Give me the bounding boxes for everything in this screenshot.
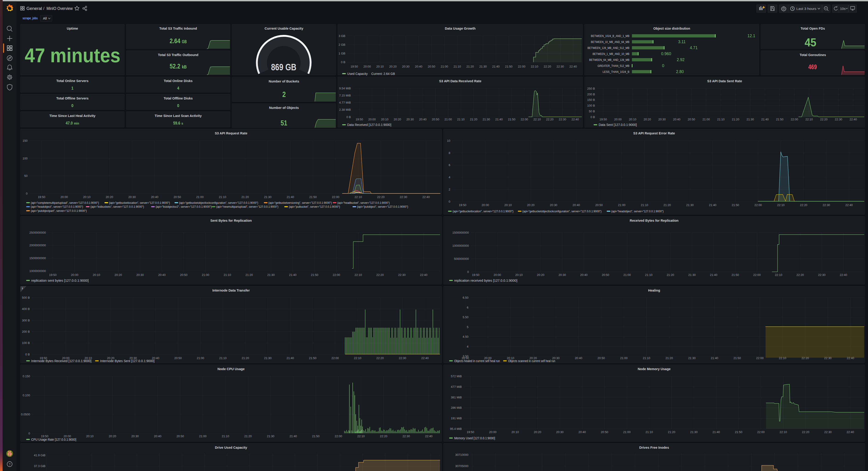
svg-text:21:00: 21:00: [197, 356, 205, 360]
svg-text:BETWEEN_64_MB_AND_128_MB: BETWEEN_64_MB_AND_128_MB: [589, 58, 629, 62]
svg-text:6: 6: [449, 164, 450, 167]
svg-text:200 B: 200 B: [22, 330, 30, 333]
svg-text:1500000000: 1500000000: [29, 257, 46, 260]
svg-text:19:50: 19:50: [355, 118, 363, 121]
svg-text:21:50: 21:50: [505, 65, 513, 68]
svg-text:Total Offline Disks: Total Offline Disks: [164, 96, 193, 100]
svg-text:20:30: 20:30: [556, 430, 564, 434]
svg-text:20:00: 20:00: [368, 118, 376, 121]
svg-text:21:30: 21:30: [267, 435, 274, 438]
svg-text:{api="getbucketlocation", serv: {api="getbucketlocation", server="127.0.…: [109, 201, 170, 205]
svg-text:3.11: 3.11: [678, 39, 686, 44]
svg-text:22:00: 22:00: [335, 435, 342, 438]
svg-text:0: 0: [29, 432, 30, 435]
svg-text:20:20: 20:20: [394, 118, 401, 121]
svg-text:{api="completemultipartupload": {api="completemultipartupload", server="…: [31, 201, 99, 205]
svg-text:22:40: 22:40: [845, 203, 853, 207]
svg-text:21:10: 21:10: [643, 356, 650, 360]
svg-text:21:00: 21:00: [199, 435, 207, 438]
svg-text:GREATER_THAN_512_MB: GREATER_THAN_512_MB: [597, 64, 629, 67]
svg-text:21:40: 21:40: [713, 430, 720, 434]
svg-text:S3 API Data Received Rate: S3 API Data Received Rate: [439, 79, 481, 83]
svg-text:20:50: 20:50: [601, 430, 608, 434]
svg-text:20:30: 20:30: [128, 195, 136, 199]
svg-text:Data Sent [127.0.0.1:9000]: Data Sent [127.0.0.1:9000]: [599, 123, 637, 126]
svg-text:20:40: 20:40: [572, 203, 580, 207]
svg-text:Node Memory Usage: Node Memory Usage: [638, 367, 671, 371]
svg-text:19:50: 19:50: [472, 273, 479, 276]
svg-text:0: 0: [449, 200, 450, 203]
svg-text:Drive Used Capacity: Drive Used Capacity: [215, 446, 247, 449]
svg-text:0: 0: [71, 103, 73, 108]
svg-text:22:40: 22:40: [847, 430, 854, 434]
svg-text:2: 2: [449, 188, 450, 191]
svg-text:20:10: 20:10: [629, 118, 637, 121]
svg-text:21:00: 21:00: [618, 203, 625, 207]
svg-text:Internode Bytes Sent [127.0.0.: Internode Bytes Sent [127.0.0.1:9000]: [100, 359, 155, 363]
svg-text:20:10: 20:10: [504, 203, 512, 207]
svg-text:Time Since Last Heal Activity: Time Since Last Heal Activity: [50, 114, 95, 118]
svg-text:22:20: 22:20: [796, 273, 804, 276]
svg-text:22:30: 22:30: [557, 65, 564, 68]
svg-text:21:40: 21:40: [289, 273, 297, 276]
svg-text:47 minutes: 47 minutes: [25, 44, 121, 67]
svg-text:20:10: 20:10: [515, 273, 523, 276]
svg-text:20:50: 20:50: [595, 203, 603, 207]
svg-text:kB: kB: [182, 64, 187, 69]
svg-text:21:20: 21:20: [663, 203, 671, 207]
svg-text:12.1: 12.1: [747, 33, 755, 38]
svg-text:20:40: 20:40: [415, 65, 423, 68]
svg-text:21:30: 21:30: [686, 203, 694, 207]
svg-text:21:00: 21:00: [202, 273, 210, 276]
svg-text:20:50: 20:50: [597, 356, 605, 360]
svg-text:2 GB: 2 GB: [339, 43, 345, 47]
svg-text:Number of Objects: Number of Objects: [269, 106, 299, 110]
svg-text:22:40: 22:40: [422, 195, 430, 199]
svg-text:19:50: 19:50: [599, 118, 607, 121]
svg-text:22:10: 22:10: [777, 203, 785, 207]
svg-text:Total Online Servers: Total Online Servers: [56, 79, 88, 83]
svg-text:20:50: 20:50: [177, 435, 184, 438]
svg-text:22:30: 22:30: [398, 273, 406, 276]
svg-text:95.4 MiB: 95.4 MiB: [450, 427, 462, 431]
svg-text:22:00: 22:00: [757, 430, 765, 434]
svg-text:1000000000: 1000000000: [29, 269, 46, 273]
svg-text:1500000000: 1500000000: [453, 231, 469, 234]
svg-text:7.15 MiB: 7.15 MiB: [339, 94, 351, 97]
svg-text:21:40: 21:40: [711, 356, 718, 360]
svg-text:22:20: 22:20: [802, 430, 809, 434]
svg-text:20:20: 20:20: [105, 195, 113, 199]
svg-text:22:40: 22:40: [569, 65, 577, 68]
svg-text:20:00: 20:00: [494, 273, 501, 276]
svg-text:22:00: 22:00: [521, 118, 528, 121]
svg-text:22:00: 22:00: [790, 118, 798, 121]
svg-text:Uptime: Uptime: [67, 27, 78, 30]
svg-text:20:30: 20:30: [558, 273, 566, 276]
svg-text:Number of Buckets: Number of Buckets: [269, 80, 299, 83]
svg-text:21:00: 21:00: [623, 430, 631, 434]
svg-text:replication received bytes [12: replication received bytes [127.0.0.1:90…: [454, 279, 517, 283]
svg-text:21:00: 21:00: [196, 195, 204, 199]
svg-text:22:30: 22:30: [835, 118, 842, 121]
svg-text:{api="getbucketlocation", serv: {api="getbucketlocation", server="127.0.…: [453, 209, 514, 213]
svg-text:20:00: 20:00: [363, 65, 371, 68]
svg-text:200 B: 200 B: [587, 93, 595, 96]
svg-text:replication sent bytes [127.0.: replication sent bytes [127.0.0.1:9000]: [31, 279, 89, 283]
svg-text:22:30: 22:30: [559, 118, 566, 121]
svg-text:21:30: 21:30: [483, 118, 490, 121]
svg-text:20:00: 20:00: [71, 273, 79, 276]
svg-text:20:40: 20:40: [673, 118, 681, 121]
svg-text:21:00: 21:00: [703, 118, 710, 121]
svg-text:Memory Used [127.0.0.1:9000]: Memory Used [127.0.0.1:9000]: [454, 436, 495, 440]
svg-text:BETWEEN_1_MB_AND_10_MB: BETWEEN_1_MB_AND_10_MB: [592, 52, 629, 56]
svg-text:21:20: 21:20: [244, 435, 252, 438]
svg-text:22:40: 22:40: [849, 118, 857, 121]
svg-text:Received Bytes for Replication: Received Bytes for Replication: [630, 219, 679, 223]
svg-text:21:30: 21:30: [690, 430, 698, 434]
svg-text:2.92: 2.92: [677, 57, 684, 62]
svg-text:22:00: 22:00: [754, 203, 762, 207]
svg-text:22:20: 22:20: [376, 356, 384, 360]
svg-text:21:20: 21:20: [470, 118, 477, 121]
svg-text:{api="putbucket", server="127.: {api="putbucket", server="127.0.0.1:9000…: [289, 205, 340, 208]
svg-text:{api="getbucketobjectlockconfi: {api="getbucketobjectlockconfiguration",…: [522, 209, 601, 213]
